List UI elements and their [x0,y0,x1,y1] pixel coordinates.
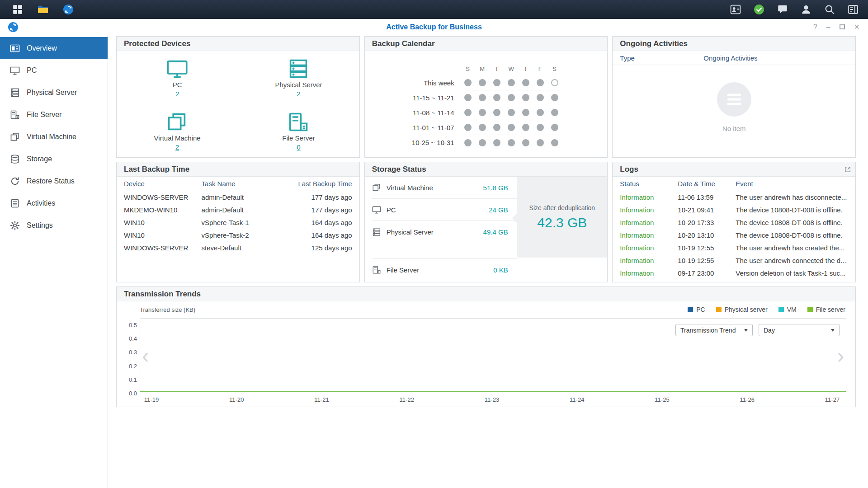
day-letter: W [508,66,515,72]
sidebar-item-storage[interactable]: Storage [0,148,108,170]
backup-table-row[interactable]: WIN10 vSphere-Task-1 164 days ago [124,216,352,229]
backup-dot [493,139,500,146]
storage-status-header: Storage Status [365,162,608,177]
y-tick-label: 0.0 [129,390,137,397]
column-ongoing: Ongoing Activities [703,54,757,62]
backup-dot [551,94,558,101]
virtual-machine-icon [166,111,188,133]
sidebar-item-restore-status[interactable]: Restore Status [0,170,108,192]
log-row[interactable]: Information 10-19 12:55 The user andrewh… [620,241,851,254]
panel-title: Protected Devices [124,39,190,48]
user-account-icon[interactable] [800,4,812,15]
sidebar-item-virtual-machine[interactable]: Virtual Machine [0,126,108,148]
device-type-label: PC [173,81,182,89]
sidebar-item-physical-server[interactable]: Physical Server [0,81,108,103]
dedup-label: Size after deduplication [529,204,595,211]
calendar-week-row: 11-08 ~ 11-14 [378,105,608,120]
x-tick-label: 11-22 [393,396,420,403]
chat-icon[interactable] [777,4,788,15]
day-letter: M [479,66,486,72]
sidebar-item-label: Virtual Machine [27,133,76,141]
device-count-link[interactable]: 2 [297,90,300,98]
log-row[interactable]: Information 10-19 12:55 The user andrewh… [620,254,851,267]
backup-dot [522,94,529,101]
day-letter: F [537,66,544,72]
chevron-down-icon [744,329,748,332]
backup-dot [464,109,472,116]
transmission-trends-header: Transmission Trends [117,287,855,301]
widgets-icon[interactable] [847,4,859,15]
device-count-link[interactable]: 0 [297,143,300,151]
sidebar: Overview PC Physical Server File [0,35,108,488]
storage-value: 49.4 GB [483,228,508,236]
protected-device-file-server: File Server 0 [238,104,359,158]
chart-legend: PC Physical server [688,306,845,313]
sidebar-item-overview[interactable]: Overview [0,37,108,59]
minimize-button[interactable]: – [826,23,830,31]
device-type-label: Physical Server [275,81,322,89]
backup-table-row[interactable]: WIN10 vSphere-Task-2 164 days ago [124,229,352,241]
column-last-backup-time[interactable]: Last Backup Time [288,177,352,191]
sidebar-item-pc[interactable]: PC [0,59,108,81]
storage-list: Virtual Machine 51.8 GB PC 24 GB [372,177,517,243]
sidebar-item-activities[interactable]: Activities [0,192,108,214]
backup-dot [551,124,558,131]
help-button[interactable]: ? [813,23,817,31]
y-tick-label: 0.5 [129,322,137,328]
sidebar-item-settings[interactable]: Settings [0,214,108,236]
sidebar-item-file-server[interactable]: File Server [0,103,108,126]
search-icon[interactable] [824,4,835,15]
y-tick-label: 0.3 [129,349,137,356]
day-letter: T [493,66,500,72]
column-date-time[interactable]: Date & Time [678,177,736,191]
active-backup-taskbar-icon[interactable] [62,4,74,15]
calendar-body: SMTWTFS This week [365,51,608,150]
backup-table-row[interactable]: MKDEMO-WIN10 admin-Default 177 days ago [124,203,352,216]
security-advisor-icon[interactable] [753,4,765,15]
device-count-link[interactable]: 2 [175,143,179,151]
y-axis-ticks: 0.00.10.20.30.40.5 [119,318,137,393]
backup-dot [537,139,544,146]
backup-dot [508,94,515,101]
backup-calendar-panel: Backup Calendar SMTWTFS [364,36,608,158]
device-cell: MKDEMO-WIN10 [124,203,202,216]
column-type: Type [620,54,703,62]
backup-table-row[interactable]: WINDOWS-SERVER admin-Default 177 days ag… [124,191,352,203]
storage-value: 24 GB [489,206,508,214]
column-task-name[interactable]: Task Name [202,177,288,191]
column-device[interactable]: Device [124,177,202,191]
storage-value: 51.8 GB [483,184,508,192]
settings-icon [10,221,20,230]
main-menu-icon[interactable] [12,4,24,15]
ongoing-activities-panel: Ongoing Activities Type Ongoing Activiti… [612,36,856,158]
protected-device-physical-server: Physical Server 2 [238,51,359,104]
close-button[interactable]: ✕ [854,23,860,31]
calendar-week-row: 11-01 ~ 11-07 [378,120,608,135]
backup-table-row[interactable]: WINDOWS-SERVER steve-Default 125 days ag… [124,241,352,254]
credentials-icon[interactable] [730,4,741,15]
backup-dot [522,139,529,146]
chart-next-icon[interactable]: › [837,345,844,366]
column-status[interactable]: Status [620,177,678,191]
window-titlebar: Active Backup for Business ? – ✕ [0,19,868,35]
chart-prev-icon[interactable]: ‹ [142,345,149,366]
overview-icon [10,43,20,53]
log-row[interactable]: Information 09-17 23:00 Version deletion… [620,267,851,279]
column-event[interactable]: Event [736,177,851,191]
table-header-row: Device Task Name Last Backup Time [124,177,352,191]
open-logs-icon[interactable] [844,166,851,173]
maximize-button[interactable] [840,23,845,31]
trend-type-select[interactable]: Transmission Trend [675,324,753,336]
log-row[interactable]: Information 10-21 09:41 The device 10808… [620,203,851,216]
week-label: 11-01 ~ 11-07 [378,124,454,131]
protected-device-virtual-machine: Virtual Machine 2 [117,104,238,158]
log-row[interactable]: Information 10-20 17:33 The device 10808… [620,216,851,229]
file-station-icon[interactable] [37,4,49,15]
device-count-link[interactable]: 2 [175,90,179,98]
log-row[interactable]: Information 10-20 13:10 The device 10808… [620,229,851,241]
log-row[interactable]: Information 11-06 13:59 The user andrewh… [620,191,851,203]
no-item-text: No item [722,125,746,132]
ongoing-activities-header: Ongoing Activities [613,37,855,51]
file-server-icon [372,265,381,274]
interval-select[interactable]: Day [759,324,840,336]
